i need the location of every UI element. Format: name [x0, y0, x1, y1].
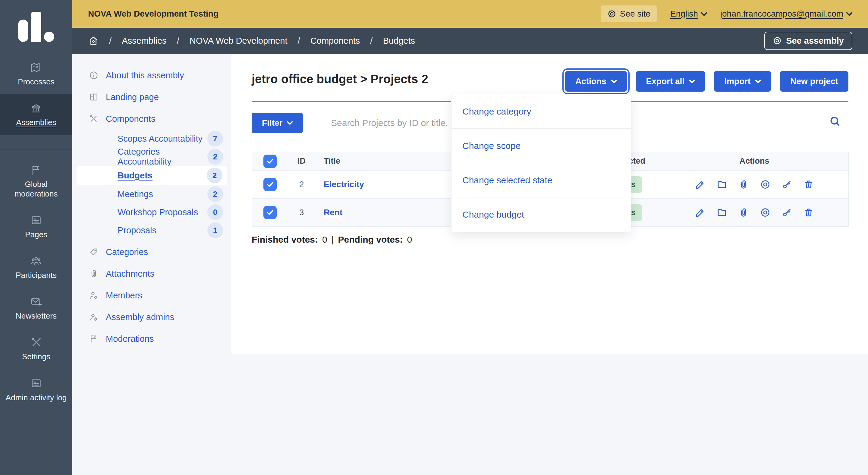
- decidim-admin-app: Processes Assemblies Global moderations …: [0, 0, 868, 475]
- logo-dot: [44, 32, 54, 42]
- submenu-categories[interactable]: Categories: [72, 241, 231, 263]
- row-checkbox[interactable]: [264, 178, 277, 191]
- chevron-down-icon: [611, 80, 617, 83]
- submenu-budgets[interactable]: Budgets 2: [76, 166, 227, 185]
- preview-icon[interactable]: [760, 207, 771, 218]
- menu-item-change-category[interactable]: Change category: [452, 94, 631, 129]
- see-site-button[interactable]: See site: [601, 5, 657, 22]
- logo-mark: [18, 12, 54, 42]
- menu-item-change-budget[interactable]: Change budget: [452, 197, 631, 232]
- language-selector[interactable]: English: [670, 9, 707, 19]
- submenu-about-assembly[interactable]: About this assembly: [72, 64, 231, 86]
- submenu-label: Workshop Proposals: [118, 208, 198, 217]
- menu-item-change-scope[interactable]: Change scope: [452, 129, 631, 163]
- breadcrumb-separator: /: [177, 36, 179, 46]
- sidebar-item-assemblies[interactable]: Assemblies: [0, 94, 72, 135]
- new-project-button[interactable]: New project: [780, 71, 848, 92]
- submenu-label: Scopes Accountability: [118, 134, 203, 144]
- submenu-label: About this assembly: [106, 70, 184, 81]
- sidebar-item-label: Processes: [18, 77, 54, 87]
- breadcrumb-separator: /: [109, 36, 112, 46]
- page-title: jetro office budget > Projects 2: [252, 72, 428, 86]
- menu-item-change-selected-state[interactable]: Change selected state: [452, 163, 631, 197]
- row-checkbox[interactable]: [264, 206, 277, 219]
- paperclip-icon[interactable]: [738, 207, 749, 218]
- folder-icon[interactable]: [716, 207, 727, 218]
- sidebar-item-pages[interactable]: Pages: [0, 207, 72, 247]
- submenu-scopes-accountability[interactable]: Scopes Accountability 7: [72, 130, 231, 148]
- paperclip-icon[interactable]: [738, 179, 749, 190]
- actions-button[interactable]: Actions: [565, 71, 627, 92]
- breadcrumb-assembly-name[interactable]: NOVA Web Development: [190, 36, 287, 46]
- submenu-meetings[interactable]: Meetings 2: [72, 185, 231, 203]
- article-icon: [30, 377, 42, 389]
- organization-title: NOVA Web Development Testing: [88, 9, 218, 19]
- submenu-moderations[interactable]: Moderations: [72, 328, 231, 350]
- sidebar-item-processes[interactable]: Processes: [0, 54, 72, 94]
- count-badge: 0: [207, 204, 223, 220]
- submenu-categories-accountability[interactable]: Categories Accountability 2: [72, 148, 231, 166]
- topbar: NOVA Web Development Testing See site En…: [72, 0, 868, 28]
- filter-button[interactable]: Filter: [252, 113, 303, 133]
- see-assembly-button[interactable]: See assembly: [764, 32, 852, 50]
- language-label: English: [670, 9, 698, 19]
- logo-bar-1: [18, 20, 28, 42]
- user-gear-icon: [89, 312, 98, 322]
- see-assembly-label: See assembly: [786, 36, 844, 46]
- select-all-checkbox[interactable]: [264, 155, 277, 168]
- actions-dropdown-menu: Change category Change scope Change sele…: [451, 94, 631, 232]
- permissions-key-icon[interactable]: [781, 207, 792, 218]
- breadcrumb-assemblies[interactable]: Assemblies: [122, 36, 166, 46]
- preview-icon[interactable]: [760, 179, 771, 190]
- import-button[interactable]: Import: [714, 71, 771, 92]
- edit-icon[interactable]: [695, 179, 706, 190]
- breadcrumb-components[interactable]: Components: [310, 36, 360, 46]
- sidebar-item-label: Pages: [25, 230, 47, 239]
- mail-add-icon: [30, 296, 42, 308]
- submenu-label: Attachments: [106, 269, 154, 279]
- project-title-link[interactable]: Rent: [324, 208, 342, 217]
- row-actions: [660, 207, 848, 218]
- decidim-logo[interactable]: [0, 0, 72, 54]
- sidebar-divider: [0, 150, 72, 150]
- submenu-components[interactable]: Components: [72, 108, 231, 130]
- info-icon: [89, 70, 98, 80]
- sidebar-item-admin-activity-log[interactable]: Admin activity log: [0, 370, 72, 410]
- breadcrumb-budgets[interactable]: Budgets: [383, 36, 415, 46]
- submenu-label: Members: [106, 290, 142, 300]
- sidebar-item-newsletters[interactable]: Newsletters: [0, 288, 72, 328]
- search-icon[interactable]: [829, 115, 841, 127]
- count-badge: 2: [207, 149, 223, 164]
- people-icon: [30, 255, 42, 267]
- permissions-key-icon[interactable]: [781, 179, 792, 190]
- submenu-attachments[interactable]: Attachments: [72, 263, 231, 285]
- sidebar-item-label: Newsletters: [16, 311, 57, 321]
- delete-icon[interactable]: [803, 179, 814, 190]
- sidebar-item-label: Participants: [16, 271, 57, 280]
- edit-icon[interactable]: [695, 207, 706, 218]
- breadcrumb-separator: /: [370, 36, 373, 46]
- bank-icon: [30, 102, 42, 114]
- check-icon: [266, 181, 274, 188]
- preview-icon: [607, 9, 616, 19]
- home-icon[interactable]: [88, 35, 99, 46]
- sidebar-item-settings[interactable]: Settings: [0, 328, 72, 369]
- submenu-label: Budgets: [118, 170, 153, 181]
- sidebar-item-participants[interactable]: Participants: [0, 247, 72, 288]
- submenu-proposals[interactable]: Proposals 1: [72, 221, 231, 239]
- delete-icon[interactable]: [803, 207, 814, 218]
- project-title-link[interactable]: Electricity: [324, 180, 364, 189]
- sidebar-item-label: Global moderations: [2, 180, 70, 198]
- map-icon: [30, 62, 42, 73]
- submenu-assembly-admins[interactable]: Assembly admins: [72, 306, 231, 328]
- submenu-landing-page[interactable]: Landing page: [72, 86, 231, 108]
- primary-sidebar: Processes Assemblies Global moderations …: [0, 0, 72, 475]
- submenu-workshop-proposals[interactable]: Workshop Proposals 0: [72, 203, 231, 221]
- folder-icon[interactable]: [716, 179, 727, 190]
- finished-votes-label: Finished votes:: [252, 234, 318, 245]
- sidebar-item-global-moderations[interactable]: Global moderations: [0, 156, 72, 206]
- user-menu[interactable]: johan.francocampos@gmail.com: [720, 9, 852, 19]
- article-icon: [30, 214, 42, 226]
- submenu-members[interactable]: Members: [72, 285, 231, 306]
- export-all-button[interactable]: Export all: [636, 71, 705, 92]
